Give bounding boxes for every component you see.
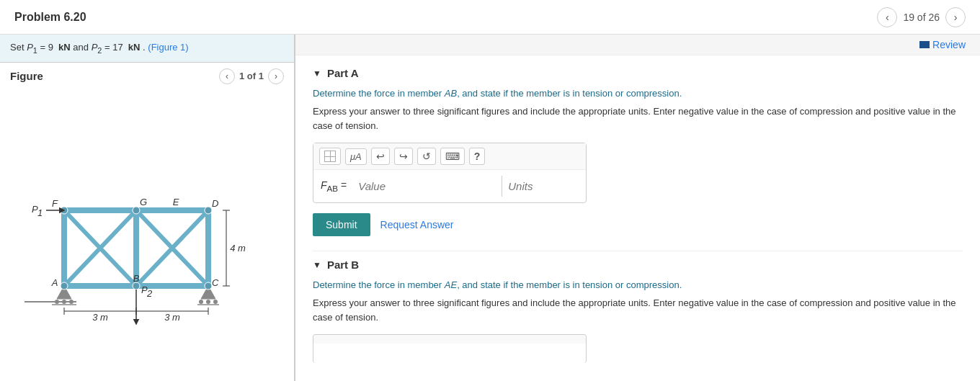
section-divider (313, 251, 963, 251)
part-b-section: ▼ Part B Determine the force in member A… (313, 259, 963, 363)
prev-problem-button[interactable]: ‹ (877, 7, 897, 27)
svg-point-26 (133, 207, 140, 214)
left-panel: Set P1 = 9 kN and P2 = 17 kN . (Figure 1… (0, 35, 295, 381)
svg-point-14 (199, 300, 203, 304)
svg-text:1: 1 (37, 207, 43, 218)
svg-text:2: 2 (146, 288, 153, 299)
svg-text:4 m: 4 m (230, 243, 246, 254)
part-b-title: Part B (327, 259, 359, 271)
svg-point-15 (206, 300, 210, 304)
svg-text:D: D (212, 198, 218, 209)
part-b-collapse-icon: ▼ (313, 260, 321, 270)
right-panel: Review ▼ Part A Determine the force in m… (295, 35, 980, 381)
part-a-action-row: Submit Request Answer (313, 213, 963, 236)
review-link[interactable]: Review (932, 39, 966, 50)
fab-label: FAB = (321, 179, 347, 193)
redo-button[interactable]: ↪ (394, 148, 413, 165)
svg-point-27 (205, 207, 212, 214)
part-a-desc: Express your answer to three significant… (313, 104, 963, 133)
svg-text:A: A (51, 277, 58, 288)
svg-point-20 (69, 300, 74, 304)
figure-count: 1 of 1 (239, 71, 264, 81)
redo-icon: ↪ (399, 151, 408, 162)
refresh-button[interactable]: ↺ (417, 148, 436, 165)
svg-point-19 (62, 300, 66, 304)
svg-text:B: B (133, 273, 140, 284)
keyboard-icon: ⌨ (445, 151, 460, 162)
review-icon (919, 41, 930, 48)
svg-text:F: F (52, 198, 58, 209)
part-b-input-box (313, 334, 587, 363)
part-a-section: ▼ Part A Determine the force in member A… (313, 67, 963, 236)
svg-text:3 m: 3 m (164, 312, 180, 323)
part-a-input-row: FAB = (313, 170, 586, 202)
nav-controls: ‹ 19 of 26 › (877, 7, 966, 27)
part-b-desc: Express your answer to three significant… (313, 296, 963, 324)
submit-button[interactable]: Submit (313, 213, 370, 236)
next-problem-button[interactable]: › (945, 7, 966, 27)
fig-next-button[interactable]: › (268, 68, 284, 84)
svg-point-16 (213, 300, 218, 304)
part-a-header[interactable]: ▼ Part A (313, 67, 963, 79)
svg-text:C: C (212, 277, 219, 288)
grid-button[interactable] (319, 148, 341, 165)
given-info: Set P1 = 9 kN and P2 = 17 kN . (Figure 1… (0, 35, 294, 63)
help-button[interactable]: ? (469, 148, 486, 165)
svg-point-22 (61, 282, 68, 290)
svg-text:3 m: 3 m (92, 312, 108, 323)
part-b-toolbar (313, 335, 586, 344)
request-answer-link[interactable]: Request Answer (380, 219, 454, 230)
top-bar: Problem 6.20 ‹ 19 of 26 › (0, 0, 980, 35)
figure-label: Figure (10, 70, 43, 82)
part-b-header[interactable]: ▼ Part B (313, 259, 963, 271)
part-a-title: Part A (327, 67, 359, 79)
help-icon: ? (474, 151, 481, 162)
figure-nav: ‹ 1 of 1 › (219, 68, 284, 84)
part-a-desc-link: Determine the force in member AB, and st… (313, 88, 963, 99)
svg-point-18 (55, 300, 59, 304)
main-layout: Set P1 = 9 kN and P2 = 17 kN . (Figure 1… (0, 35, 980, 381)
mu-button[interactable]: μA (345, 148, 367, 165)
problem-title: Problem 6.20 (14, 11, 86, 24)
grid-icon (324, 151, 336, 162)
figure-header: Figure ‹ 1 of 1 › (0, 63, 294, 90)
part-a-toolbar: μA ↩ ↪ ↺ ⌨ (313, 143, 586, 170)
fig-prev-button[interactable]: ‹ (219, 68, 235, 84)
problem-counter: 19 of 26 (903, 12, 940, 23)
figure-area: .member { stroke: #6ab0c8; stroke-width:… (0, 90, 294, 381)
units-input[interactable] (502, 176, 651, 197)
keyboard-button[interactable]: ⌨ (440, 148, 465, 165)
mu-label: μA (350, 151, 362, 162)
part-a-input-box: μA ↩ ↪ ↺ ⌨ (313, 143, 587, 203)
refresh-icon: ↺ (422, 151, 431, 162)
undo-button[interactable]: ↩ (371, 148, 390, 165)
value-input[interactable] (352, 176, 502, 197)
svg-text:E: E (173, 197, 179, 207)
review-bar: Review (295, 35, 980, 55)
svg-point-24 (205, 282, 212, 290)
truss-diagram: .member { stroke: #6ab0c8; stroke-width:… (24, 142, 270, 329)
svg-text:G: G (140, 197, 147, 207)
part-b-desc-link: Determine the force in member AE, and st… (313, 279, 963, 290)
undo-icon: ↩ (376, 151, 385, 162)
part-a-collapse-icon: ▼ (313, 68, 321, 79)
content-area: ▼ Part A Determine the force in member A… (295, 55, 980, 381)
